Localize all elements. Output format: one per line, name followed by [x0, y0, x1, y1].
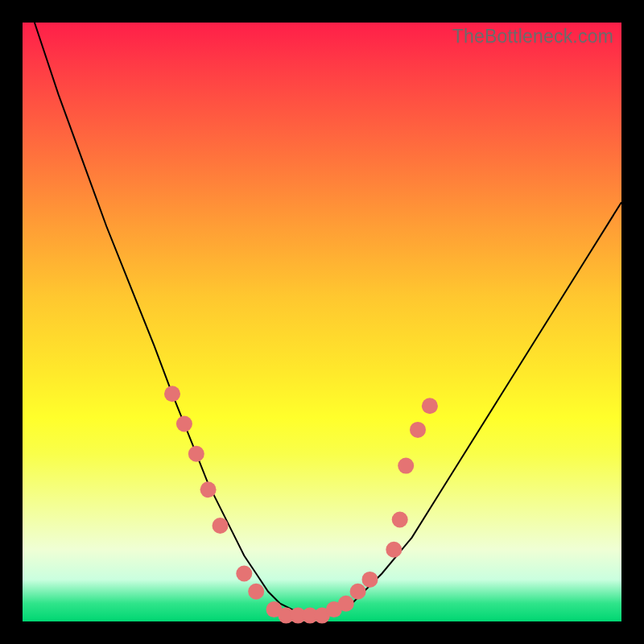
- data-marker: [248, 584, 264, 600]
- chart-svg: [23, 23, 621, 621]
- data-marker: [188, 446, 204, 462]
- data-marker: [176, 416, 192, 432]
- data-marker: [164, 386, 180, 402]
- data-marker: [350, 584, 366, 600]
- data-marker: [362, 572, 378, 588]
- data-marker: [422, 398, 438, 414]
- data-marker: [386, 542, 402, 558]
- data-marker: [200, 481, 217, 497]
- data-marker: [392, 512, 408, 528]
- chart-plot-area: TheBottleneck.com: [23, 23, 621, 621]
- data-marker: [213, 518, 229, 534]
- data-marker: [338, 596, 354, 612]
- data-marker: [410, 422, 426, 438]
- bottleneck-curve: [35, 23, 621, 616]
- data-marker: [398, 458, 414, 474]
- marker-group: [164, 386, 438, 623]
- data-marker: [236, 566, 252, 582]
